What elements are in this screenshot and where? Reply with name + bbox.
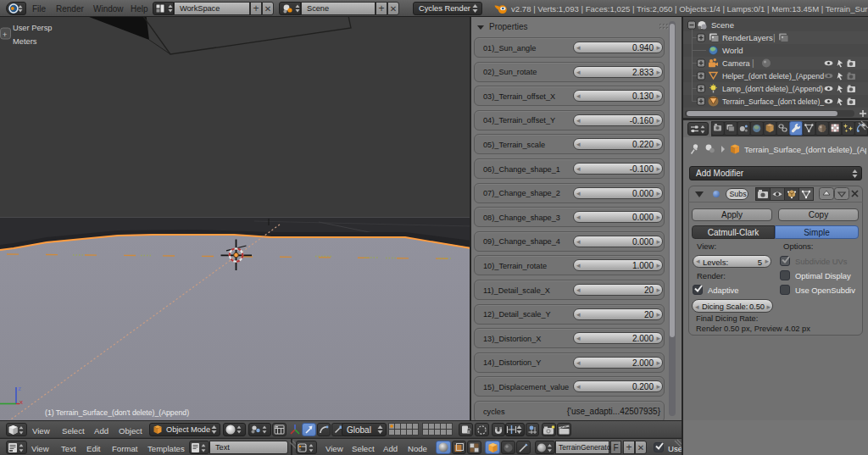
svg-text:+: +: [3, 31, 7, 39]
svg-text:|: |: [752, 58, 754, 68]
svg-text:x: x: [19, 398, 23, 406]
svg-text:Terrain_Surface_(don't delete): Terrain_Surface_(don't delete)_: [722, 97, 824, 106]
svg-text:Helper_(don't delete)_(Append: Helper_(don't delete)_(Append: [722, 72, 824, 80]
svg-text:Scene: Scene: [711, 20, 734, 30]
svg-text:z: z: [18, 385, 21, 392]
svg-text:Lamp_(don't delete)_(Append): Lamp_(don't delete)_(Append): [722, 85, 823, 93]
svg-text:Terrain_Surface_(don't delete): Terrain_Surface_(don't delete)_(App...: [744, 145, 866, 154]
svg-text:|: |: [773, 33, 776, 42]
svg-text:RenderLayers: RenderLayers: [722, 33, 773, 42]
svg-text:(1) Terrain_Surface_(don't del: (1) Terrain_Surface_(don't delete)_(Appe…: [45, 408, 189, 417]
svg-text:World: World: [722, 46, 743, 55]
svg-text:Meters: Meters: [13, 37, 37, 46]
svg-text:Subs: Subs: [730, 190, 748, 198]
svg-text:User Persp: User Persp: [13, 24, 53, 32]
svg-text:Camera: Camera: [722, 59, 751, 68]
